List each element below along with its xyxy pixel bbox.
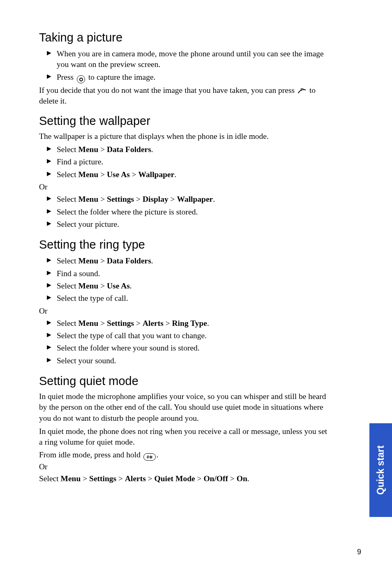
t: . [174, 170, 176, 179]
svg-rect-1 [302, 89, 303, 90]
t: > [134, 319, 143, 328]
quiet-p1: In quiet mode the microphone amplifies y… [39, 391, 331, 424]
t: Select [57, 195, 78, 203]
t: > [98, 145, 107, 154]
side-tab-quick-start: Quick start [369, 423, 392, 517]
t: Select [39, 474, 61, 483]
t: > [195, 474, 204, 483]
t: Ring Type [172, 319, 207, 328]
t: . [151, 145, 153, 154]
steps-taking-picture: When you are in camera mode, move the ph… [39, 48, 331, 84]
t: On [237, 474, 247, 483]
t: Settings [89, 474, 116, 483]
t: > [81, 474, 89, 483]
hash-key-icon: #✲ [143, 453, 156, 461]
step-item: Find a sound. [49, 268, 331, 280]
heading-ringtype: Setting the ring type [39, 238, 331, 251]
page-content: Taking a picture When you are in camera … [0, 0, 362, 484]
capture-button-icon [77, 75, 85, 83]
steps-ring-a: Select Menu > Data Folders. Find a sound… [39, 255, 331, 304]
step-item: Select Menu > Settings > Alerts > Ring T… [49, 317, 331, 330]
steps-ring-b: Select Menu > Settings > Alerts > Ring T… [39, 317, 331, 367]
t: Data Folders [107, 145, 151, 154]
t: On/Off [203, 474, 228, 483]
t: > [134, 195, 143, 203]
t: Menu [78, 281, 99, 290]
t: > [168, 195, 177, 203]
step-item: Select the folder where your sound is st… [49, 342, 331, 354]
t: Menu [78, 256, 99, 265]
t: Menu [61, 474, 81, 483]
step-text: Press [57, 73, 76, 81]
t: Alerts [143, 319, 164, 328]
t: Settings [107, 195, 134, 203]
t: Use As [107, 281, 130, 290]
t: From idle mode, press and hold [39, 450, 143, 459]
t: Select [57, 319, 78, 328]
t: Menu [78, 195, 99, 203]
step-item: Select your sound. [49, 355, 331, 367]
t: Display [143, 195, 168, 203]
t: Select [57, 281, 78, 290]
note-text: If you decide that you do not want the i… [39, 85, 331, 107]
step-item: Select Menu > Data Folders. [49, 143, 331, 156]
t: Use As [107, 170, 130, 179]
heading-wallpaper: Setting the wallpaper [39, 114, 331, 128]
step-item: Select Menu > Settings > Display > Wallp… [49, 193, 331, 205]
step-text: to capture the image. [88, 73, 156, 81]
step-item: Select the folder where the picture is s… [49, 206, 331, 218]
t: > [98, 170, 107, 179]
t: Alerts [125, 474, 146, 483]
t: . [151, 256, 153, 265]
step-item: Select your picture. [49, 218, 331, 231]
steps-wallpaper-b: Select Menu > Settings > Display > Wallp… [39, 193, 331, 231]
t: Quiet Mode [154, 474, 195, 483]
step-item: When you are in camera mode, move the ph… [49, 48, 331, 71]
or-text: Or [39, 182, 331, 192]
t: . [247, 474, 249, 483]
page-number: 9 [357, 548, 361, 556]
step-item: Select Menu > Use As > Wallpaper. [49, 168, 331, 181]
t: > [116, 474, 125, 483]
t: Select [57, 170, 78, 179]
or-text: Or [39, 461, 331, 472]
heading-taking-picture: Taking a picture [39, 31, 331, 44]
note-pre: If you decide that you do not want the i… [39, 86, 297, 95]
quiet-p3: From idle mode, press and hold #✲. [39, 450, 331, 461]
t: Menu [78, 145, 99, 154]
step-item: Find a picture. [49, 156, 331, 168]
t: . [207, 319, 209, 328]
t: > [98, 195, 107, 203]
t: Menu [78, 319, 99, 328]
step-item: Press to capture the image. [49, 71, 331, 85]
t: Wallpaper [177, 195, 213, 203]
t: > [228, 474, 237, 483]
heading-quiet: Setting quiet mode [39, 374, 331, 388]
t: Select [57, 256, 78, 265]
quiet-p4: Select Menu > Settings > Alerts > Quiet … [39, 473, 331, 484]
or-text: Or [39, 306, 331, 316]
t: Settings [107, 319, 134, 328]
quiet-p2: In quiet mode, the phone does not ring w… [39, 426, 331, 448]
right-softkey-icon [297, 86, 307, 94]
intro-wallpaper: The wallpaper is a picture that displays… [39, 131, 331, 142]
t: Select [57, 145, 78, 154]
t: > [146, 474, 154, 483]
t: . [213, 195, 215, 203]
t: . [130, 281, 132, 290]
steps-wallpaper-a: Select Menu > Data Folders. Find a pictu… [39, 143, 331, 181]
t: Data Folders [107, 256, 151, 265]
t: . [157, 450, 159, 459]
t: > [164, 319, 172, 328]
t: > [130, 170, 138, 179]
step-item: Select Menu > Use As. [49, 280, 331, 292]
t: > [98, 281, 107, 290]
t: Menu [78, 170, 99, 179]
step-item: Select Menu > Data Folders. [49, 255, 331, 267]
step-item: Select the type of call that you want to… [49, 330, 331, 342]
t: > [98, 256, 107, 265]
t: > [98, 319, 107, 328]
step-item: Select the type of call. [49, 292, 331, 304]
t: Wallpaper [138, 170, 175, 179]
